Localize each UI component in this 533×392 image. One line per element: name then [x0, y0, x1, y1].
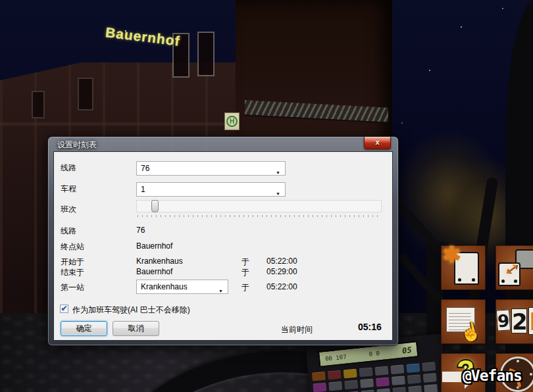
chevron-down-icon: ▼	[218, 285, 223, 298]
ticket-machine-key[interactable]	[374, 366, 388, 376]
pointing-hand-icon: ☝	[457, 319, 484, 345]
ticket-machine-key[interactable]	[408, 385, 422, 392]
ok-button[interactable]: 确定	[61, 321, 107, 336]
tour-select-label: 车程	[61, 184, 76, 195]
close-button[interactable]: x	[364, 137, 391, 149]
extra-service-checkbox-label: 作为加班车驾驶(AI 巴士不会移除)	[72, 305, 190, 316]
ticket-machine-key[interactable]	[361, 389, 375, 392]
cancel-button[interactable]: 取消	[113, 321, 159, 336]
ticket-machine-key[interactable]	[392, 376, 405, 385]
timber-beam	[0, 122, 237, 126]
shift-slider-track[interactable]	[136, 200, 382, 212]
terminus-value: Bauernhof	[136, 241, 172, 251]
ticket-machine-key[interactable]	[359, 368, 373, 378]
ticket-machine-key[interactable]	[328, 381, 342, 391]
line-dropdown[interactable]: 76 ▼	[136, 161, 286, 176]
shift-slider-label: 班次	[61, 204, 76, 215]
chevron-down-icon: ▼	[276, 187, 280, 201]
start-stop-value: Krankenhaus	[136, 257, 183, 266]
ticket-machine-key[interactable]	[313, 383, 326, 392]
first-stop-label: 第一站	[61, 282, 84, 293]
ticket-machine-key[interactable]	[344, 380, 358, 390]
ibis-line-value: 00 107	[325, 353, 347, 362]
start-time-value: 05:22:00	[266, 257, 297, 266]
hud-tile-route-code[interactable]: 9 2 E	[495, 299, 533, 344]
end-stop-value: Bauernhof	[136, 267, 172, 276]
ticket-machine-key[interactable]	[406, 363, 420, 373]
first-at-label: 于	[241, 282, 249, 293]
first-stop-dropdown[interactable]: Krankenhaus ▼	[136, 280, 228, 294]
terminus-label: 终点站	[61, 241, 84, 253]
bus-stop-h-icon: H	[226, 116, 238, 127]
line-info-value: 76	[136, 226, 145, 235]
ticket-machine-key[interactable]	[376, 377, 390, 387]
line-dropdown-value: 76	[141, 164, 149, 173]
watermark-text: @Vefans	[463, 367, 522, 384]
end-time-value: 05:29:00	[266, 267, 297, 276]
tour-dropdown-value: 1	[141, 185, 145, 194]
building-window	[78, 78, 93, 110]
end-label: 结束于	[61, 267, 84, 278]
ticket-machine-key[interactable]	[360, 378, 374, 388]
line-info-label: 线路	[61, 226, 76, 237]
start-label: 开始于	[61, 257, 84, 268]
end-at-label: 于	[241, 267, 249, 278]
ticket-machine-key[interactable]	[328, 370, 342, 380]
hud-tile-change-bus[interactable]: ↔	[495, 245, 533, 290]
ticket-machine-key[interactable]	[422, 362, 436, 372]
ticket-machine-key[interactable]	[392, 387, 406, 392]
ticket-machine-key[interactable]	[424, 384, 438, 392]
ticket-machine-key[interactable]	[343, 369, 357, 379]
ibis-mid-value: 0 0	[368, 350, 380, 358]
hud-tile-spawn-bus[interactable]: ✱	[441, 245, 486, 290]
game-viewport: Bauernhof H 00 107 0 0 05 ✱ ↔ ☝ 9	[0, 0, 533, 392]
spawn-asterisk-icon: ✱	[442, 241, 461, 268]
chevron-down-icon: ▼	[276, 166, 280, 180]
hud-tile-timetable[interactable]: ☝	[441, 299, 486, 344]
building-window	[32, 91, 45, 118]
first-time-value: 05:22:00	[266, 282, 297, 291]
building-window	[197, 32, 215, 76]
tour-dropdown[interactable]: 1 ▼	[136, 182, 286, 197]
ticket-machine-key[interactable]	[390, 364, 404, 374]
route-letter-plate: E	[528, 307, 533, 335]
route-digit-plate: 2	[511, 308, 527, 333]
line-select-label: 线路	[61, 162, 76, 174]
extra-service-checkbox[interactable]: ✔	[60, 305, 68, 313]
dialog-body: 线路 76 ▼ 车程 1 ▼ 班次 线路 76 终点站 Bauernhof 开始…	[53, 151, 393, 341]
checkmark-icon: ✔	[61, 304, 67, 313]
route-digit-plate: 9	[496, 309, 511, 331]
current-time-label: 当前时间	[281, 324, 313, 335]
timetable-dialog: 设置时刻表 x 线路 76 ▼ 车程 1 ▼ 班次 线路 76 终点站 Baue…	[47, 136, 399, 346]
ticket-machine-key[interactable]	[376, 388, 390, 392]
shift-slider-thumb[interactable]	[151, 200, 159, 212]
start-at-label: 于	[241, 257, 249, 268]
first-stop-dropdown-value: Krankenhaus	[141, 282, 188, 291]
bus-stop-sign: H	[224, 112, 240, 130]
dialog-title: 设置时刻表	[57, 139, 97, 151]
ticket-machine-key[interactable]	[312, 372, 326, 381]
ibis-right-value: 05	[401, 345, 412, 355]
ticket-machine-key[interactable]	[423, 373, 437, 383]
ticket-machine-key[interactable]	[407, 374, 421, 384]
current-time-value: 05:16	[358, 322, 382, 332]
slider-tick-marks	[138, 215, 382, 217]
